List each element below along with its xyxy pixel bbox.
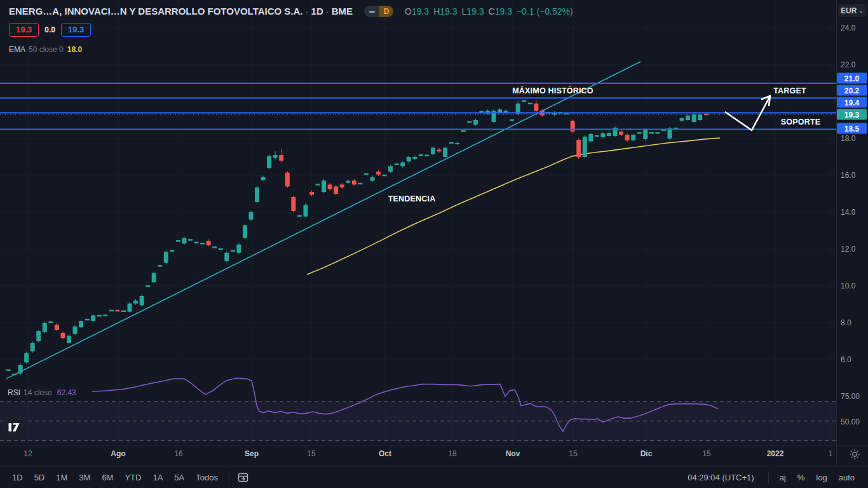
candle-body	[631, 135, 635, 140]
candle-body	[412, 157, 417, 159]
trend-line[interactable]	[6, 62, 641, 379]
price-axis-label: 24.0	[841, 24, 855, 32]
time-axis-label: 16	[174, 449, 182, 458]
price-chart-canvas[interactable]	[0, 0, 868, 488]
buy-price-button[interactable]: 19.3	[61, 23, 91, 37]
range-button-ytd[interactable]: YTD	[119, 470, 147, 485]
price-axis-badge[interactable]: 21.0	[837, 73, 867, 84]
range-button-5d[interactable]: 5D	[29, 470, 51, 485]
price-axis-label: 18.0	[841, 134, 855, 143]
candle-body	[267, 156, 271, 168]
change-value: −0.1 (−0.52%)	[517, 6, 573, 17]
candle-doji	[109, 310, 114, 312]
candle-body	[152, 273, 156, 283]
candle-body	[207, 241, 211, 245]
candle-body	[261, 177, 266, 180]
price-axis-badge[interactable]: 19.3	[837, 109, 867, 120]
symbol-title[interactable]: ENERG…A, INNOVACI…N Y DESARROLLO FOTOVOL…	[9, 6, 303, 17]
rsi-legend[interactable]: RSI14 close62.43	[8, 388, 76, 397]
exchange-label[interactable]: BME	[332, 6, 353, 17]
candle-doji	[510, 119, 514, 121]
annotation-target[interactable]: TARGET	[773, 86, 806, 95]
legend-separator: ·	[303, 6, 311, 17]
collapse-legend-button[interactable]	[364, 6, 379, 17]
price-axis-label: 6.0	[841, 355, 851, 364]
candle-body	[607, 133, 611, 136]
candle-doji	[595, 135, 599, 137]
candle-doji	[188, 239, 193, 241]
range-button-1d[interactable]: 1D	[6, 470, 29, 485]
goto-date-button[interactable]	[234, 470, 252, 485]
range-button-1m[interactable]: 1M	[50, 470, 73, 485]
time-axis-label: Sep	[245, 449, 259, 458]
candle-body	[73, 327, 78, 334]
price-axis-label: 16.0	[841, 171, 855, 180]
time-axis-label: Dic	[641, 449, 653, 458]
price-axis-badge[interactable]: 20.2	[837, 85, 867, 96]
candle-doji	[6, 369, 11, 371]
candle-body	[334, 186, 338, 194]
daily-interval-badge[interactable]: D	[379, 6, 393, 17]
candle-doji	[528, 103, 532, 105]
toolbar-divider	[229, 471, 229, 484]
high-label: H	[433, 6, 440, 17]
price-axis-label: 12.0	[841, 245, 855, 254]
candle-doji	[48, 322, 53, 323]
range-button-3m[interactable]: 3M	[73, 470, 96, 485]
annotation-maximo-historico[interactable]: MÁXIMO HISTÓRICO	[512, 86, 593, 95]
candle-body	[352, 180, 356, 184]
ema-line[interactable]	[307, 138, 720, 274]
candle-body	[303, 205, 308, 216]
rsi-name: RSI	[8, 388, 20, 397]
range-button-5a[interactable]: 5A	[168, 470, 190, 485]
scale-options: aj%logauto	[774, 470, 860, 485]
range-button-6m[interactable]: 6M	[96, 470, 119, 485]
axis-settings-button[interactable]	[846, 446, 863, 463]
candle-body	[680, 118, 684, 121]
scale-option-%[interactable]: %	[792, 470, 811, 485]
candle-body	[437, 149, 442, 151]
annotation-soporte[interactable]: SOPORTE	[781, 118, 821, 126]
candle-body	[346, 181, 350, 183]
currency-dropdown[interactable]: EUR ⌄	[838, 4, 866, 17]
annotation-tendencia[interactable]: TENDENCIA	[388, 194, 436, 203]
time-axis-label: 1	[829, 449, 833, 458]
sell-price-button[interactable]: 19.3	[9, 23, 39, 37]
candle-body	[133, 301, 138, 303]
trade-panel: 19.3 0.0 19.3	[9, 23, 91, 37]
clock[interactable]: 04:29:04 (UTC+1)	[688, 473, 754, 482]
candle-doji	[85, 319, 90, 321]
candle-doji	[219, 248, 223, 250]
range-button-1a[interactable]: 1A	[147, 470, 168, 485]
candle-body	[55, 325, 59, 330]
toolbar-divider	[768, 471, 769, 484]
interval-pill[interactable]: D	[364, 6, 393, 17]
ema-value: 18.0	[67, 45, 82, 54]
candle-body	[431, 148, 435, 154]
candle-doji	[12, 374, 17, 376]
symbol-legend[interactable]: ENERG…A, INNOVACI…N Y DESARROLLO FOTOVOL…	[9, 6, 353, 17]
scale-option-log[interactable]: log	[810, 470, 832, 485]
range-button-todos[interactable]: Todos	[190, 470, 224, 485]
scale-option-auto[interactable]: auto	[833, 470, 860, 485]
candle-body	[473, 120, 478, 125]
ema-legend[interactable]: EMA50 close 018.0	[9, 45, 82, 54]
candle-body	[686, 116, 690, 120]
gear-icon	[849, 449, 860, 460]
candle-body	[79, 321, 83, 327]
tradingview-logo[interactable]	[1, 414, 27, 442]
scale-option-aj[interactable]: aj	[774, 470, 792, 485]
ohlc-values: O19.3H19.3L19.3C19.3−0.1 (−0.52%)	[405, 6, 573, 17]
candle-body	[43, 323, 47, 332]
candle-body	[255, 187, 259, 202]
candle-doji	[121, 310, 126, 312]
candle-doji	[97, 315, 102, 317]
price-axis-badge[interactable]: 18.5	[837, 123, 867, 134]
price-axis-badge[interactable]: 19.4	[837, 97, 867, 108]
time-axis-label: Oct	[379, 449, 391, 458]
time-axis-label: 12	[24, 449, 32, 458]
candle-body	[322, 180, 326, 192]
candle-body	[24, 353, 29, 363]
interval-label[interactable]: 1D	[311, 6, 323, 17]
candle-body	[128, 304, 132, 312]
